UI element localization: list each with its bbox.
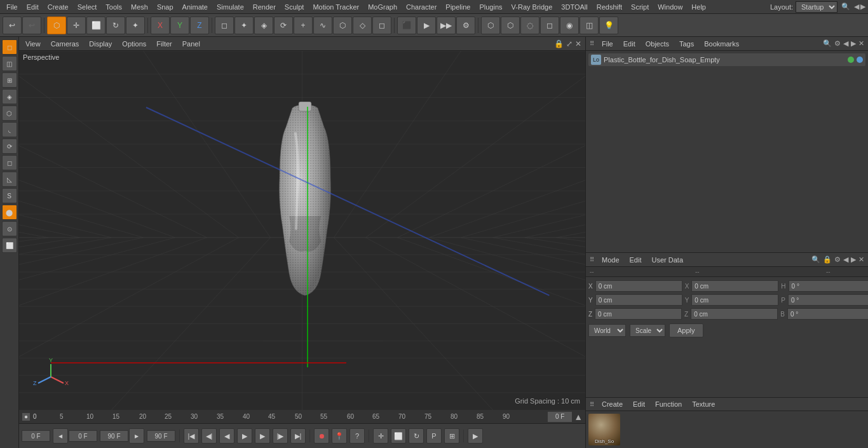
sidebar-texture-mode[interactable]: ◫ [2, 56, 17, 71]
viewport-menu-panel[interactable]: Panel [180, 39, 203, 49]
move-tool-button[interactable]: ✛ [67, 17, 86, 34]
play-button[interactable]: ▶ [237, 428, 252, 444]
sidebar-polypen[interactable]: ◺ [2, 172, 17, 187]
material-thumbnail[interactable]: Dish_So [588, 414, 620, 445]
attr-close-icon[interactable]: ✕ [858, 255, 864, 264]
scale-dropdown[interactable]: Scale [630, 324, 665, 337]
menu-mograph[interactable]: MoGraph [364, 2, 401, 12]
menu-pipeline[interactable]: Pipeline [442, 2, 474, 12]
camera-button[interactable]: ⟳ [274, 17, 293, 34]
deformer-button[interactable]: ⬡ [333, 17, 352, 34]
layout-dropdown[interactable]: Startup [796, 1, 837, 13]
attr-menu-edit[interactable]: Edit [627, 255, 644, 265]
sidebar-weight-mode[interactable]: ⬡ [2, 105, 17, 121]
help-button[interactable]: ? [349, 428, 365, 444]
mat-menu-create[interactable]: Create [599, 399, 625, 409]
spline-button[interactable]: ∿ [313, 17, 332, 34]
x-axis-button[interactable]: X [151, 17, 170, 34]
viewport-expand-icon[interactable]: ⤢ [566, 39, 573, 48]
scale-tool-button[interactable]: ⬜ [86, 17, 105, 34]
redo-button[interactable]: ↩ [22, 17, 41, 34]
sidebar-deform-mode[interactable]: ◟ [2, 122, 17, 137]
max-frame-input[interactable] [147, 430, 175, 442]
objects-menu-file[interactable]: File [599, 39, 616, 49]
object-visibility-green-dot[interactable] [848, 57, 854, 63]
y-rot-input[interactable] [691, 294, 778, 306]
3d-viewport[interactable]: Perspective Grid Spacing : 10 cm X Y Z [19, 51, 585, 410]
object-mode-button[interactable]: ◻ [215, 17, 234, 34]
prev-keyframe-button[interactable]: ◀ [219, 428, 234, 444]
timeline-start-input[interactable] [22, 430, 50, 442]
attr-lock-icon[interactable]: 🔒 [823, 255, 832, 264]
sidebar-uv-mode[interactable]: ◈ [2, 89, 17, 104]
display-wireframe-button[interactable]: ⬡ [481, 17, 500, 34]
viewport-menu-filter[interactable]: Filter [154, 39, 174, 49]
range-end-inc-button[interactable]: ▶ [129, 428, 144, 444]
record-button[interactable]: ⏺ [314, 428, 329, 444]
menu-3dtoall[interactable]: 3DTOAll [557, 2, 591, 12]
range-start-field[interactable] [69, 430, 97, 442]
next-keyframe-button[interactable]: ▶ [255, 428, 270, 444]
timeline-ruler[interactable]: ● 0 5 10 15 20 25 30 35 40 45 50 55 60 6… [19, 410, 585, 424]
menu-edit[interactable]: Edit [23, 2, 43, 12]
render-all-button[interactable]: ▶▶ [437, 17, 456, 34]
objects-search-icon[interactable]: 🔍 [823, 39, 832, 48]
tl-grid-button[interactable]: ⊞ [444, 428, 459, 444]
search-icon[interactable]: 🔍 [841, 3, 850, 11]
apply-button[interactable]: Apply [669, 323, 703, 337]
tl-pivot-button[interactable]: P [426, 428, 442, 444]
menu-motion-tracker[interactable]: Motion Tracker [309, 2, 363, 12]
viewport-menu-display[interactable]: Display [86, 39, 114, 49]
mat-menu-function[interactable]: Function [653, 399, 684, 409]
attr-search-icon[interactable]: 🔍 [811, 255, 820, 264]
tl-scale-button[interactable]: ⬜ [391, 428, 406, 444]
attr-menu-mode[interactable]: Mode [599, 255, 622, 265]
attr-arrow-left-icon[interactable]: ◀ [843, 255, 848, 264]
objects-menu-tags[interactable]: Tags [677, 39, 696, 49]
z-axis-button[interactable]: Z [190, 17, 209, 34]
sidebar-model-mode[interactable]: ◻ [2, 39, 17, 55]
objects-close-icon[interactable]: ✕ [858, 39, 864, 48]
menu-create[interactable]: Create [44, 2, 72, 12]
mat-menu-texture[interactable]: Texture [689, 399, 717, 409]
effector-button[interactable]: ◻ [372, 17, 391, 34]
frame-up-icon[interactable]: ▲ [574, 412, 583, 422]
menu-animate[interactable]: Animate [179, 2, 212, 12]
objects-menu-objects[interactable]: Objects [643, 39, 672, 49]
render-settings-button[interactable]: ⚙ [456, 17, 475, 34]
sidebar-sculpt-mode[interactable]: ⊞ [2, 72, 17, 88]
undo-button[interactable]: ↩ [3, 17, 22, 34]
render-active-button[interactable]: ▶ [417, 17, 436, 34]
current-frame-input[interactable] [547, 411, 573, 423]
attr-settings-icon[interactable]: ⚙ [834, 255, 841, 264]
menu-snap[interactable]: Snap [153, 2, 177, 12]
sidebar-selection[interactable]: ⬜ [2, 238, 17, 253]
material-button[interactable]: ◈ [254, 17, 273, 34]
viewport-menu-cameras[interactable]: Cameras [48, 39, 82, 49]
camera-view-button[interactable]: ◫ [580, 17, 599, 34]
menu-vray[interactable]: V-Ray Bridge [508, 2, 557, 12]
y-axis-button[interactable]: Y [170, 17, 189, 34]
tl-render-button[interactable]: ▶ [468, 428, 483, 444]
sidebar-motion-mode[interactable]: ⟳ [2, 139, 17, 154]
attr-menu-userdata[interactable]: User Data [649, 255, 686, 265]
sidebar-object-mode[interactable]: ◻ [2, 155, 17, 170]
menu-redshift[interactable]: Redshift [593, 2, 626, 12]
sidebar-viewport-solo[interactable]: ⊙ [2, 221, 17, 236]
z-pos-input[interactable] [595, 308, 682, 320]
menu-mesh[interactable]: Mesh [127, 2, 152, 12]
record-pos-button[interactable]: 📍 [332, 428, 347, 444]
z-scale-input[interactable] [787, 308, 868, 320]
render-icon-button[interactable]: 💡 [599, 17, 618, 34]
viewport-menu-view[interactable]: View [23, 39, 43, 49]
menu-window[interactable]: Window [654, 2, 686, 12]
display-flat-button[interactable]: ⬡ [501, 17, 520, 34]
viewport-menu-options[interactable]: Options [119, 39, 149, 49]
display-texture-button[interactable]: ◻ [540, 17, 559, 34]
world-dropdown[interactable]: World Object [588, 324, 626, 337]
objects-settings-icon[interactable]: ⚙ [834, 39, 841, 48]
add-button[interactable]: + [294, 17, 313, 34]
x-scale-input[interactable] [789, 280, 868, 292]
y-scale-input[interactable] [788, 294, 868, 306]
select-tool-button[interactable]: ⬡ [47, 17, 66, 34]
